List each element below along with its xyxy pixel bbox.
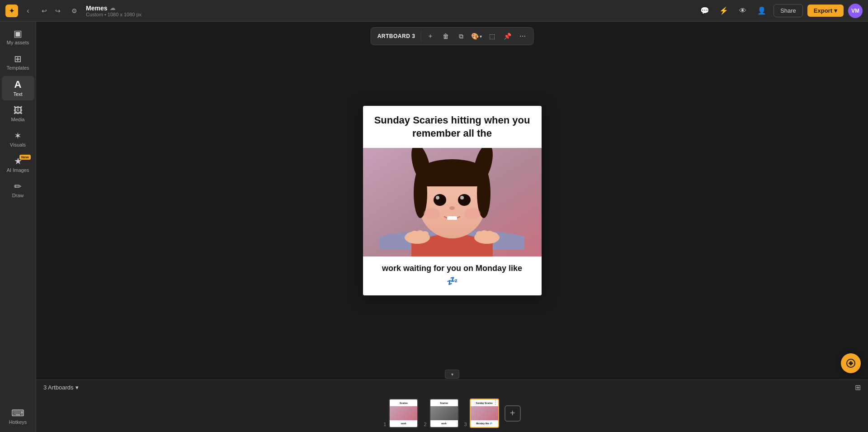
new-badge: New — [19, 155, 30, 160]
svg-point-29 — [449, 206, 455, 210]
canvas-area: Artboard 3 ＋ 🗑 ⧉ 🎨▾ ⬚ 📌 ⋯ Sunday Scaries… — [36, 22, 868, 432]
sidebar-item-hotkeys[interactable]: ⌨ Hotkeys — [2, 405, 34, 428]
svg-point-14 — [491, 233, 498, 238]
add-artboard-button[interactable]: ＋ — [424, 29, 437, 43]
thumbnail-number-1: 1 — [383, 422, 386, 427]
draw-icon: ✏ — [14, 182, 22, 191]
thumbnails-row: 1 Scaries work 2 Scaries — [36, 394, 868, 432]
app-logo[interactable]: ✦ — [5, 5, 18, 17]
meme-image — [363, 148, 542, 256]
meme-emoji: 💤 — [447, 276, 458, 286]
duplicate-artboard-button[interactable]: ⧉ — [454, 29, 468, 43]
svg-rect-30 — [447, 216, 453, 220]
settings-button[interactable]: ⚙ — [68, 5, 80, 17]
artboard-label: Artboard 3 — [375, 33, 418, 39]
user-icon[interactable]: 👤 — [755, 4, 769, 18]
svg-point-28 — [460, 196, 464, 199]
visuals-icon: ✶ — [14, 131, 22, 140]
thumbnail-menu-button[interactable]: ⋮ — [491, 398, 500, 407]
sidebar-item-ai-images[interactable]: ★ AI Images New — [2, 153, 34, 176]
thumbnail-1[interactable]: 1 Scaries work — [383, 399, 418, 428]
thumbnail-number-3: 3 — [464, 422, 467, 427]
text-icon: A — [14, 80, 22, 90]
floating-action-button[interactable] — [841, 353, 861, 373]
back-button[interactable]: ‹ — [22, 5, 34, 17]
svg-point-10 — [421, 231, 429, 237]
sidebar-item-media[interactable]: 🖼 Media — [2, 102, 34, 126]
undo-button[interactable]: ↩ — [38, 5, 51, 17]
meme-top-text: Sunday Scaries hitting when you remember… — [363, 106, 542, 148]
sidebar-label-ai-images: AI Images — [7, 167, 29, 173]
bolt-icon[interactable]: ⚡ — [717, 4, 731, 18]
document-title: Memes ☁ — [86, 5, 115, 12]
sidebar-item-visuals[interactable]: ✶ Visuals — [2, 128, 34, 151]
sidebar-label-text: Text — [13, 91, 22, 97]
meme-bottom-text: work waiting for you on Monday like 💤 — [363, 256, 542, 295]
floating-action-icon — [846, 358, 856, 368]
redo-button[interactable]: ↪ — [52, 5, 64, 17]
svg-point-23 — [424, 208, 440, 219]
document-subtitle: Custom • 1080 x 1080 px — [86, 12, 142, 17]
sidebar-label-draw: Draw — [12, 193, 24, 198]
toolbar-divider — [420, 32, 421, 41]
media-icon: 🖼 — [14, 106, 23, 115]
sidebar-label-my-assets: My assets — [7, 40, 29, 45]
canvas-main: Sunday Scaries hitting when you remember… — [36, 22, 868, 380]
topbar-right: 💬 ⚡ 👁 👤 Share Export ▾ VM — [698, 4, 863, 18]
sidebar-label-hotkeys: Hotkeys — [9, 419, 27, 425]
collapse-handle[interactable]: ▾ — [445, 370, 459, 379]
svg-point-25 — [434, 194, 446, 206]
pin-button[interactable]: 📌 — [500, 29, 514, 43]
thumbnail-number-2: 2 — [424, 422, 426, 427]
sidebar-label-visuals: Visuals — [10, 142, 26, 147]
title-area: Memes ☁ Custom • 1080 x 1080 px — [86, 5, 694, 17]
sidebar-item-my-assets[interactable]: ▣ My assets — [2, 25, 34, 49]
sidebar-label-templates: Templates — [6, 65, 29, 71]
svg-rect-31 — [452, 216, 457, 220]
frame-button[interactable]: ⬚ — [485, 29, 499, 43]
add-artboard-button[interactable]: + — [505, 405, 521, 422]
artboards-label[interactable]: 3 Artboards ▾ — [43, 384, 79, 391]
user-avatar[interactable]: VM — [848, 4, 863, 18]
artboards-grid-button[interactable]: ⊞ — [855, 383, 861, 392]
sidebar-item-text[interactable]: A Text — [2, 76, 34, 100]
bottom-panel-header: 3 Artboards ▾ ⊞ — [36, 380, 868, 394]
artboard-toolbar: Artboard 3 ＋ 🗑 ⧉ 🎨▾ ⬚ 📌 ⋯ — [371, 27, 534, 45]
my-assets-icon: ▣ — [14, 29, 22, 38]
meme-illustration — [363, 148, 542, 256]
thumbnail-image-2: Scaries work — [429, 399, 459, 428]
sidebar-item-draw[interactable]: ✏ Draw — [2, 178, 34, 202]
delete-artboard-button[interactable]: 🗑 — [439, 29, 453, 43]
thumbnail-image-1: Scaries work — [389, 399, 418, 428]
export-button[interactable]: Export ▾ — [807, 5, 844, 17]
more-options-button[interactable]: ⋯ — [516, 29, 529, 43]
main-area: ▣ My assets ⊞ Templates A Text 🖼 Media ✶… — [0, 22, 868, 432]
sidebar: ▣ My assets ⊞ Templates A Text 🖼 Media ✶… — [0, 22, 36, 432]
history-controls: ↩ ↪ — [38, 5, 64, 17]
share-button[interactable]: Share — [774, 4, 803, 17]
bottom-panel: 3 Artboards ▾ ⊞ 1 Scaries work — [36, 380, 868, 432]
fill-button[interactable]: 🎨▾ — [470, 29, 483, 43]
svg-point-27 — [436, 196, 439, 199]
svg-point-24 — [464, 208, 481, 219]
topbar: ✦ ‹ ↩ ↪ ⚙ Memes ☁ Custom • 1080 x 1080 p… — [0, 0, 868, 22]
svg-point-26 — [458, 194, 471, 206]
meme-card[interactable]: Sunday Scaries hitting when you remember… — [363, 106, 542, 295]
sidebar-label-media: Media — [11, 117, 25, 122]
sidebar-item-templates[interactable]: ⊞ Templates — [2, 51, 34, 74]
templates-icon: ⊞ — [14, 54, 22, 63]
chat-icon[interactable]: 💬 — [698, 4, 712, 18]
thumbnail-2[interactable]: 2 Scaries work — [424, 399, 458, 428]
thumbnail-3[interactable]: 3 Sunday Scaries Monday like 💤 ⋮ — [464, 399, 499, 428]
eye-icon[interactable]: 👁 — [736, 4, 750, 18]
hotkeys-icon: ⌨ — [11, 408, 24, 418]
